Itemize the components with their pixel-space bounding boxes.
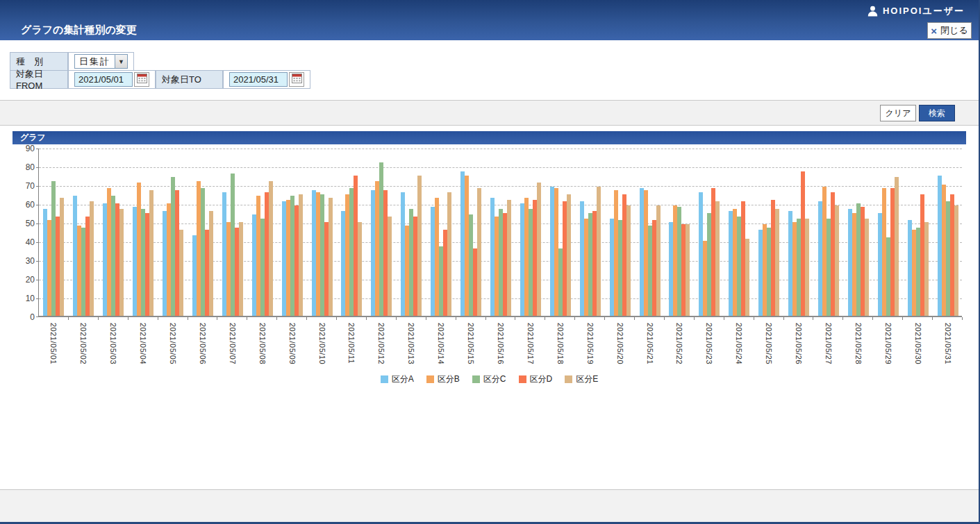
date-to-calendar-button[interactable] (289, 72, 304, 87)
x-axis-label: 2021/05/28 (854, 323, 863, 364)
legend-label: 区分D (530, 373, 553, 385)
bar (239, 222, 243, 316)
search-button[interactable]: 検索 (919, 105, 955, 121)
close-icon: × (931, 26, 937, 36)
bar-group (307, 149, 337, 316)
x-axis-label: 2021/05/23 (705, 323, 713, 364)
legend-item: 区分E (565, 373, 598, 385)
type-select-value: 日集計 (75, 56, 115, 68)
bar-group (247, 149, 277, 316)
bar (149, 190, 153, 316)
search-form: 種 別 日集計 ▼ 対象日FROM (0, 40, 979, 89)
x-axis-label: 2021/05/14 (437, 323, 445, 364)
x-axis-label: 2021/05/25 (765, 323, 773, 364)
x-axis-tick (306, 317, 307, 320)
x-axis-label: 2021/05/27 (824, 323, 833, 364)
bar-group (397, 149, 426, 316)
calendar-icon (292, 74, 302, 85)
bar (269, 181, 273, 316)
x-axis-label: 2021/05/21 (646, 323, 654, 364)
x-axis-label: 2021/05/19 (586, 323, 595, 364)
x-axis-label: 2021/05/31 (944, 323, 952, 364)
x-axis-label: 2021/05/22 (675, 323, 683, 364)
bar (745, 239, 749, 316)
x-axis-tick (604, 317, 605, 320)
y-axis-label: 50 (17, 219, 35, 228)
type-row: 種 別 日集計 ▼ (10, 52, 979, 71)
bar-group (337, 149, 367, 316)
bar-group (99, 149, 128, 316)
user-label: HOIPOIユーザー (883, 5, 965, 17)
date-to-input[interactable] (229, 72, 288, 87)
date-to-label: 対象日TO (156, 70, 223, 89)
bar (329, 198, 333, 316)
bar (90, 201, 94, 316)
close-button[interactable]: × 閉じる (927, 22, 972, 39)
x-axis-label: 2021/05/04 (139, 323, 147, 364)
bar (626, 205, 631, 316)
legend-swatch (565, 375, 572, 383)
x-axis-tick (485, 317, 486, 320)
user-info[interactable]: HOIPOIユーザー (867, 5, 965, 17)
x-axis-tick (813, 317, 813, 320)
x-axis-tick (426, 317, 426, 320)
graph-panel-title: グラフ (13, 131, 966, 144)
y-axis-label: 80 (17, 163, 35, 171)
x-axis-tick (515, 317, 515, 320)
bar-chart: 2021/05/012021/05/022021/05/032021/05/04… (13, 144, 966, 403)
chart-plot: 2021/05/012021/05/022021/05/032021/05/04… (38, 149, 962, 317)
y-axis-label: 60 (17, 201, 35, 209)
bar-group (843, 149, 873, 316)
y-axis-label: 90 (17, 144, 35, 153)
x-axis-label: 2021/05/05 (169, 323, 177, 364)
type-select[interactable]: 日集計 ▼ (74, 54, 128, 69)
close-button-label: 閉じる (940, 24, 968, 37)
x-axis-label: 2021/05/07 (229, 323, 237, 364)
bar (179, 230, 183, 316)
y-axis-label: 30 (17, 257, 35, 265)
y-axis-tick (36, 316, 39, 317)
bar-group (545, 149, 575, 316)
x-axis-label: 2021/05/17 (526, 323, 535, 364)
type-cell: 日集計 ▼ (68, 52, 134, 71)
date-from-calendar-button[interactable] (134, 72, 149, 87)
x-axis-tick (664, 317, 665, 320)
x-axis-tick (754, 317, 754, 320)
y-axis-label: 10 (17, 294, 35, 303)
bar (715, 201, 720, 316)
x-axis-tick (247, 317, 247, 320)
x-axis-tick (366, 317, 367, 320)
calendar-icon (137, 74, 147, 85)
bar (60, 198, 64, 316)
legend-swatch (472, 375, 480, 383)
x-axis-label: 2021/05/11 (347, 323, 356, 364)
x-axis-label: 2021/05/16 (497, 323, 505, 364)
bar (537, 183, 541, 316)
bar-group (873, 149, 903, 316)
chevron-down-icon[interactable]: ▼ (115, 55, 127, 68)
bar-group (784, 149, 814, 316)
x-axis-tick (456, 317, 456, 320)
x-axis-tick (574, 317, 575, 320)
graph-panel: グラフ 2021/05/012021/05/022021/05/032021/0… (13, 131, 966, 403)
legend-item: 区分C (472, 373, 506, 385)
bar-group (367, 149, 397, 316)
bar (567, 194, 571, 316)
bar-group (128, 149, 158, 316)
bar (507, 200, 511, 316)
spacer (0, 89, 979, 100)
x-axis-label: 2021/05/13 (407, 323, 415, 364)
x-axis-tick (962, 317, 963, 320)
clear-button[interactable]: クリア (880, 105, 916, 121)
bar-group (635, 149, 665, 316)
date-from-input[interactable] (74, 72, 133, 87)
legend-item: 区分A (381, 373, 414, 385)
bar (954, 205, 958, 316)
bar-group (486, 149, 516, 316)
legend-swatch (426, 375, 434, 383)
legend-label: 区分B (438, 373, 460, 385)
bar-group (217, 149, 247, 316)
bar (805, 219, 809, 316)
bar (686, 224, 690, 316)
bar-group (69, 149, 99, 316)
